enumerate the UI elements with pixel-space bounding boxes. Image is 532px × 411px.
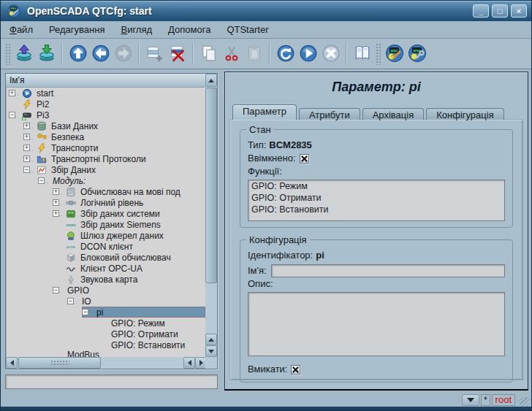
expand-icon[interactable]: + <box>53 199 59 206</box>
tree-header[interactable]: Ім'я <box>6 74 205 88</box>
copy-button[interactable] <box>197 42 220 66</box>
list-item[interactable]: GPIO: Отримати <box>248 192 504 204</box>
functions-list[interactable]: GPIO: РежимGPIO: ОтриматиGPIO: Встановит… <box>248 180 505 221</box>
tree-item[interactable]: +Обчислювач на мові под <box>6 186 205 197</box>
qtstarter-vision-button[interactable]: MSU <box>383 42 406 66</box>
tree-item-label: Шлюз джерел даних <box>79 231 165 241</box>
menu-item-1[interactable]: Файл <box>10 24 33 35</box>
menu-item-4[interactable]: Допомога <box>168 24 210 35</box>
tree-item[interactable]: +Збір даних системи <box>6 208 205 219</box>
minimize-button[interactable]: _ <box>473 4 489 18</box>
tree-item[interactable]: +Транспорти <box>6 142 205 153</box>
tree-item[interactable]: −GPIO <box>6 285 205 296</box>
maximize-button[interactable]: □ <box>492 4 508 18</box>
tree-item[interactable]: +Безпека <box>6 131 205 142</box>
horizontal-scroll-thumb[interactable] <box>18 357 101 369</box>
item-delete-button[interactable] <box>166 42 189 66</box>
openscada-qtcfg-icon: MSU <box>7 4 21 18</box>
tab-4[interactable]: Конфігурація <box>426 108 504 120</box>
expand-icon[interactable]: + <box>53 188 59 195</box>
enabled-checkbox[interactable] <box>300 154 309 164</box>
menu-item-3[interactable]: Вигляд <box>121 24 152 35</box>
db-save-button[interactable] <box>35 42 58 66</box>
tree-filter-input[interactable] <box>5 374 218 389</box>
page-title: Параметр: pi <box>225 80 528 95</box>
tree-item[interactable]: ModBus <box>6 350 205 357</box>
scroll-down-button[interactable] <box>205 345 217 357</box>
tree-item[interactable]: Звукова карта <box>6 274 205 285</box>
tree-item[interactable]: +Транспортні Протоколи <box>6 153 205 164</box>
tree-horizontal-scrollbar[interactable] <box>6 357 207 369</box>
arrow-down-icon <box>208 350 214 353</box>
tree-item[interactable]: GPIO: Режим <box>6 318 205 329</box>
tree-item[interactable]: −Pi3 <box>6 110 205 120</box>
scroll-up-button-bottom[interactable] <box>205 334 217 345</box>
tree-vertical-scrollbar[interactable] <box>205 74 217 357</box>
type-row: Тип: BCM2835 <box>248 139 505 152</box>
cut-button[interactable] <box>220 42 243 66</box>
qtstarter-config-button[interactable]: MSU <box>406 42 428 66</box>
manual-button[interactable] <box>351 42 373 66</box>
tree-item[interactable]: −IO <box>6 296 205 307</box>
toolbar-handle[interactable] <box>376 43 381 65</box>
db-load-button[interactable] <box>12 42 35 66</box>
tree-item[interactable]: +start <box>6 88 205 99</box>
tree-item[interactable]: −Модуль: <box>6 175 205 186</box>
menu-item-2[interactable]: Редагування <box>49 24 105 35</box>
title-bar[interactable]: MSU OpenSCADA QTCfg: start _ □ × <box>1 1 531 21</box>
collapse-icon[interactable]: − <box>82 309 88 315</box>
tree-item[interactable]: Pi2 <box>6 99 205 110</box>
collapse-icon[interactable]: − <box>38 177 45 184</box>
list-item[interactable]: GPIO: Встановити <box>248 204 504 215</box>
description-textarea[interactable] <box>248 292 505 356</box>
expand-icon[interactable]: + <box>9 90 15 96</box>
tab-1[interactable]: Параметр <box>232 104 297 120</box>
tree-item-label: Транспортні Протоколи <box>50 154 148 164</box>
paste-icon <box>245 44 264 65</box>
tree-item[interactable]: DCONDCON клієнт <box>6 241 205 252</box>
expand-icon[interactable]: + <box>23 155 30 162</box>
enable-checkbox[interactable] <box>291 365 300 374</box>
nav-up-button[interactable] <box>66 42 89 66</box>
expand-icon[interactable]: + <box>23 123 30 129</box>
scroll-up-button[interactable] <box>205 74 217 87</box>
expand-icon[interactable]: + <box>23 134 30 140</box>
expand-icon[interactable]: + <box>23 145 30 151</box>
tree-item[interactable]: −Збір Даних <box>6 164 205 175</box>
vertical-scroll-thumb[interactable] <box>205 88 217 283</box>
collapse-icon[interactable]: − <box>9 112 15 118</box>
tree-item[interactable]: GPIO: Встановити <box>6 339 205 350</box>
item-add-button[interactable] <box>143 42 166 66</box>
start-button[interactable] <box>297 42 319 66</box>
resize-grip[interactable] <box>520 397 529 407</box>
close-icon: × <box>517 7 521 15</box>
tab-3[interactable]: Архівація <box>362 108 425 120</box>
expand-icon[interactable]: + <box>53 210 59 217</box>
collapse-icon[interactable]: − <box>53 287 59 293</box>
tree-header-label: Ім'я <box>10 75 24 85</box>
user-indicator[interactable]: root <box>492 394 515 406</box>
scroll-left-button[interactable] <box>6 357 18 369</box>
scroll-left-button-right[interactable] <box>183 357 195 369</box>
toolbar-handle[interactable] <box>5 43 10 65</box>
tree-item[interactable]: SIEMENSЗбір даних Siemens <box>6 219 205 230</box>
tree-item[interactable]: Шлюз джерел даних <box>6 230 205 241</box>
tab-2[interactable]: Атрибути <box>299 108 360 120</box>
nav-back-button[interactable] <box>89 42 112 66</box>
tree-item[interactable]: Блоковий обчислювач <box>6 252 205 263</box>
tree-item[interactable]: GPIO: Отримати <box>6 329 205 339</box>
list-item[interactable]: GPIO: Режим <box>248 180 504 192</box>
menu-item-5[interactable]: QTStarter <box>227 24 268 35</box>
tree-item[interactable]: −pi <box>6 307 205 318</box>
station-device-icon <box>22 110 33 120</box>
collapse-icon[interactable]: − <box>67 298 74 304</box>
stop-button[interactable] <box>319 42 342 66</box>
tree-item[interactable]: +Логічний рівень <box>6 197 205 208</box>
tree-item[interactable]: +Бази Даних <box>6 120 205 131</box>
collapse-icon[interactable]: − <box>23 166 30 173</box>
refresh-button[interactable] <box>274 42 297 66</box>
close-button[interactable]: × <box>511 4 527 18</box>
status-dropdown-button[interactable] <box>462 394 479 406</box>
name-input[interactable] <box>271 264 505 277</box>
tree-item[interactable]: Клієнт OPC-UA <box>6 263 205 274</box>
